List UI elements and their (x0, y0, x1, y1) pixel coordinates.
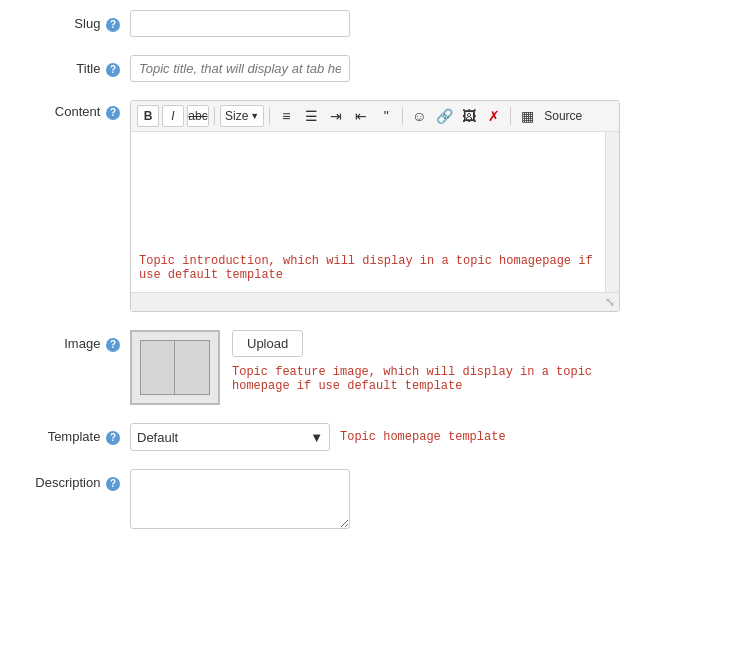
editor-scrollbar[interactable] (605, 132, 619, 292)
image-label: Image ? (20, 330, 130, 352)
size-dropdown[interactable]: Size ▼ (220, 105, 264, 127)
content-row: Content ? B I abc Size ▼ ≡ ☰ ⇥ ⇤ " ☺ 🔗 🖼… (20, 100, 731, 312)
template-help-icon[interactable]: ? (106, 431, 120, 445)
template-select-wrapper: Default ▼ Topic homepage template (130, 423, 506, 451)
slug-row: Slug ? (20, 10, 731, 37)
unordered-list-icon[interactable]: ☰ (300, 105, 322, 127)
editor-resize-handle: ⤡ (131, 292, 619, 311)
bold-button[interactable]: B (137, 105, 159, 127)
table-icon[interactable]: ▦ (516, 105, 538, 127)
image-half-right (175, 341, 209, 394)
toolbar-separator-3 (402, 107, 403, 125)
slug-label: Slug ? (20, 10, 130, 32)
title-help-icon[interactable]: ? (106, 63, 120, 77)
content-label: Content ? (20, 100, 130, 120)
template-row: Template ? Default ▼ Topic homepage temp… (20, 423, 731, 451)
template-hint: Topic homepage template (340, 430, 506, 444)
strikethrough-button[interactable]: abc (187, 105, 209, 127)
image-hint: Topic feature image, which will display … (232, 365, 612, 393)
editor-content-area[interactable]: Topic introduction, which will display i… (131, 132, 619, 292)
indent-icon[interactable]: ⇥ (325, 105, 347, 127)
image-help-icon[interactable]: ? (106, 338, 120, 352)
editor-body-container: Topic introduction, which will display i… (131, 132, 619, 292)
image-inner (140, 340, 210, 395)
title-label: Title ? (20, 55, 130, 77)
description-help-icon[interactable]: ? (106, 477, 120, 491)
outdent-icon[interactable]: ⇤ (350, 105, 372, 127)
template-select-arrow: ▼ (310, 430, 323, 445)
ordered-list-icon[interactable]: ≡ (275, 105, 297, 127)
image-placeholder (130, 330, 220, 405)
link-icon[interactable]: 🔗 (433, 105, 455, 127)
upload-button[interactable]: Upload (232, 330, 303, 357)
title-input[interactable] (130, 55, 350, 82)
image-icon[interactable]: 🖼 (458, 105, 480, 127)
template-select[interactable]: Default ▼ (130, 423, 330, 451)
description-row: Description ? (20, 469, 731, 529)
smiley-icon[interactable]: ☺ (408, 105, 430, 127)
description-textarea[interactable] (130, 469, 350, 529)
image-right-panel: Upload Topic feature image, which will d… (232, 330, 612, 393)
toolbar-separator-1 (214, 107, 215, 125)
editor-toolbar: B I abc Size ▼ ≡ ☰ ⇥ ⇤ " ☺ 🔗 🖼 ✗ ▦ Sourc… (131, 101, 619, 132)
toolbar-separator-2 (269, 107, 270, 125)
blockquote-icon[interactable]: " (375, 105, 397, 127)
image-row: Image ? Upload Topic feature image, whic… (20, 330, 731, 405)
source-button[interactable]: Source (541, 108, 585, 124)
slug-input[interactable] (130, 10, 350, 37)
title-row: Title ? (20, 55, 731, 82)
resize-icon: ⤡ (605, 295, 615, 309)
content-hint: Topic introduction, which will display i… (139, 254, 611, 282)
content-help-icon[interactable]: ? (106, 106, 120, 120)
template-label: Template ? (20, 423, 130, 445)
slug-help-icon[interactable]: ? (106, 18, 120, 32)
italic-button[interactable]: I (162, 105, 184, 127)
content-editor: B I abc Size ▼ ≡ ☰ ⇥ ⇤ " ☺ 🔗 🖼 ✗ ▦ Sourc… (130, 100, 620, 312)
image-half-left (141, 341, 175, 394)
remove-format-icon[interactable]: ✗ (483, 105, 505, 127)
description-label: Description ? (20, 469, 130, 491)
toolbar-separator-4 (510, 107, 511, 125)
size-dropdown-arrow: ▼ (250, 111, 259, 121)
